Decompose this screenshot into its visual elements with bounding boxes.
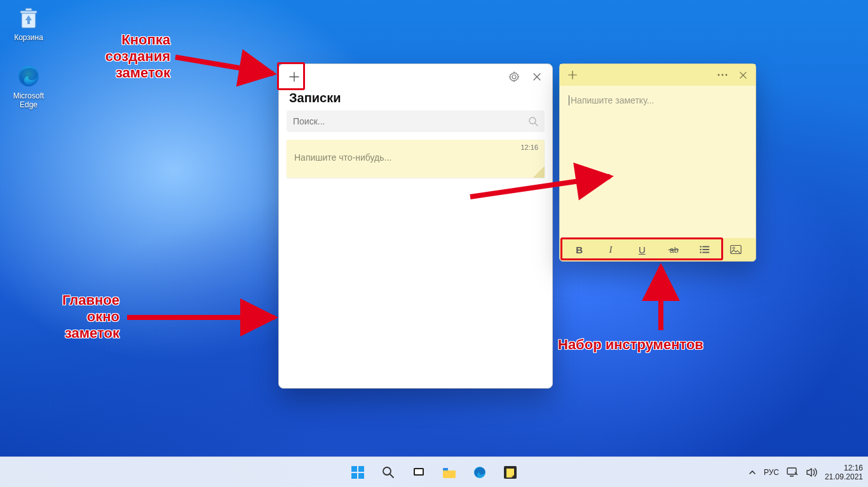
note-time: 12:16 [520, 143, 538, 151]
svg-rect-33 [790, 476, 794, 477]
browser-icon [16, 63, 41, 89]
edge-label: Microsoft Edge [5, 91, 52, 109]
language-indicator[interactable]: РУС [764, 468, 779, 477]
svg-point-12 [700, 249, 701, 250]
editor-toolbar: B I U ab [560, 238, 756, 261]
settings-button[interactable] [503, 65, 526, 88]
svg-point-7 [726, 74, 728, 76]
svg-rect-25 [358, 473, 364, 479]
svg-rect-28 [415, 469, 423, 474]
notes-title: Записки [279, 90, 552, 110]
task-view-button[interactable] [406, 460, 431, 485]
svg-rect-23 [358, 466, 364, 472]
svg-rect-29 [443, 468, 448, 470]
plus-icon [567, 70, 578, 80]
trash-icon [16, 5, 41, 30]
edge-icon[interactable]: Microsoft Edge [5, 63, 52, 109]
taskbar-search-button[interactable] [376, 460, 401, 485]
image-icon [730, 244, 742, 255]
editor-close-button[interactable] [733, 65, 753, 85]
ellipsis-icon [717, 73, 728, 77]
editor-header [560, 64, 756, 86]
explorer-button[interactable] [437, 460, 462, 485]
volume-icon[interactable] [806, 467, 817, 477]
svg-rect-15 [702, 252, 709, 253]
note-card[interactable]: 12:16 Напишите что-нибудь... [287, 140, 545, 178]
search-field[interactable] [287, 110, 545, 132]
editor-new-note-button[interactable] [562, 65, 583, 85]
search-icon [381, 465, 395, 479]
annot-create-button: Кнопка создания заметок [81, 32, 170, 81]
annot-main-window: Главное окно заметок [50, 292, 119, 342]
clock-time: 12:16 [825, 464, 863, 472]
svg-point-4 [529, 117, 536, 124]
editor-menu-button[interactable] [712, 65, 733, 85]
underline-button[interactable]: U [630, 241, 654, 258]
network-icon[interactable] [787, 467, 798, 477]
editor-body[interactable]: Напишите заметку... [560, 86, 756, 238]
clock[interactable]: 12:16 21.09.2021 [825, 464, 863, 481]
sticky-note-icon [503, 465, 518, 480]
tray-overflow-button[interactable] [749, 469, 756, 476]
recycle-bin-icon[interactable]: Корзина [5, 5, 52, 42]
italic-button[interactable]: I [599, 241, 623, 258]
svg-rect-32 [787, 468, 796, 474]
svg-point-14 [700, 251, 701, 253]
task-view-icon [412, 465, 426, 479]
new-note-button[interactable] [283, 65, 306, 88]
close-icon [532, 72, 541, 81]
plus-icon [288, 71, 300, 83]
list-icon [699, 244, 710, 255]
svg-rect-13 [702, 249, 709, 250]
svg-point-6 [722, 74, 724, 76]
close-button[interactable] [526, 65, 548, 88]
search-input[interactable] [293, 116, 528, 126]
recycle-bin-label: Корзина [5, 33, 52, 42]
image-button[interactable] [724, 241, 748, 258]
sticky-notes-list-window: Записки 12:16 Напишите что-нибудь... [278, 63, 553, 389]
svg-rect-22 [351, 466, 357, 472]
svg-point-5 [718, 74, 720, 76]
clock-date: 21.09.2021 [825, 472, 863, 481]
sticky-note-editor-window: Напишите заметку... B I U ab [559, 63, 756, 262]
svg-rect-24 [351, 473, 357, 479]
taskbar-right: РУС 12:16 21.09.2021 [749, 464, 863, 481]
svg-rect-2 [25, 8, 32, 11]
search-icon [528, 116, 538, 126]
svg-point-10 [700, 246, 701, 247]
browser-icon [472, 465, 487, 480]
list-button[interactable] [693, 241, 717, 258]
svg-point-17 [733, 247, 735, 249]
folder-icon [442, 465, 457, 479]
strikethrough-button[interactable]: ab [661, 241, 686, 258]
gear-icon [508, 71, 520, 83]
start-button[interactable] [345, 460, 370, 485]
svg-rect-1 [20, 11, 37, 13]
chevron-up-icon [749, 469, 756, 476]
strike-icon: ab [668, 244, 679, 255]
windows-icon [350, 465, 365, 480]
bold-button[interactable]: B [567, 241, 592, 258]
sticky-notes-taskbar-button[interactable] [498, 460, 523, 485]
editor-placeholder: Напишите заметку... [569, 95, 654, 105]
taskbar: РУС 12:16 21.09.2021 [0, 457, 868, 487]
annot-toolset: Набор инструментов [558, 337, 703, 353]
notes-header [279, 64, 552, 90]
taskbar-center [345, 460, 523, 485]
close-icon [739, 71, 747, 79]
monitor-icon [787, 467, 798, 477]
edge-taskbar-button[interactable] [467, 460, 492, 485]
svg-rect-11 [702, 246, 709, 248]
svg-point-26 [383, 467, 391, 475]
speaker-icon [806, 467, 817, 477]
note-text: Напишите что-нибудь... [294, 152, 537, 163]
